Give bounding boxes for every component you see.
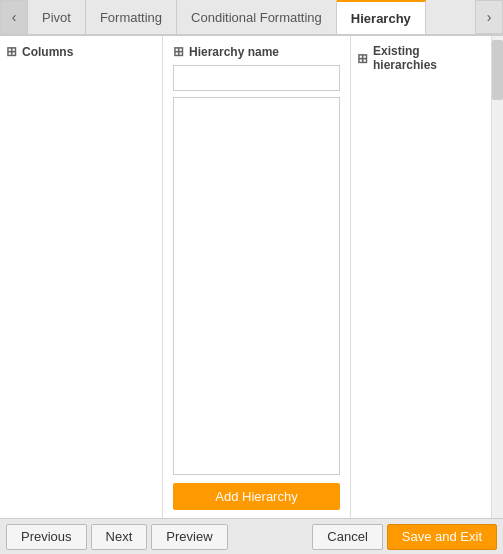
tab-hierarchy[interactable]: Hierarchy — [337, 0, 426, 34]
hierarchy-panel: ⊞ Hierarchy name Add Hierarchy — [163, 36, 351, 518]
preview-button[interactable]: Preview — [151, 524, 227, 550]
tab-pivot[interactable]: Pivot — [28, 0, 86, 34]
tab-formatting[interactable]: Formatting — [86, 0, 177, 34]
scrollbar-track[interactable] — [491, 36, 503, 518]
next-button[interactable]: Next — [91, 524, 148, 550]
columns-header-label: Columns — [22, 45, 73, 59]
existing-icon: ⊞ — [357, 51, 368, 66]
hierarchy-name-input[interactable] — [173, 65, 340, 91]
tab-formatting-label: Formatting — [100, 10, 162, 25]
hierarchy-name-icon: ⊞ — [173, 44, 184, 59]
hierarchy-list-box — [173, 97, 340, 475]
hierarchy-panel-header: ⊞ Hierarchy name — [173, 44, 340, 59]
tab-bar: ‹ Pivot Formatting Conditional Formattin… — [0, 0, 503, 36]
cancel-button[interactable]: Cancel — [312, 524, 382, 550]
save-exit-button[interactable]: Save and Exit — [387, 524, 497, 550]
columns-panel: ⊞ Columns — [0, 36, 163, 518]
tab-prev-button[interactable]: ‹ — [0, 0, 28, 34]
tab-pivot-label: Pivot — [42, 10, 71, 25]
left-arrow-icon: ‹ — [12, 9, 17, 25]
columns-icon: ⊞ — [6, 44, 17, 59]
columns-panel-header: ⊞ Columns — [6, 44, 156, 59]
add-hierarchy-button[interactable]: Add Hierarchy — [173, 483, 340, 510]
right-arrow-icon: › — [487, 9, 492, 25]
existing-panel-header: ⊞ Existing hierarchies — [357, 44, 485, 72]
tab-conditional-formatting-label: Conditional Formatting — [191, 10, 322, 25]
main-content: ⊞ Columns ⊞ Hierarchy name Add Hierarchy… — [0, 36, 503, 518]
tab-next-button[interactable]: › — [475, 0, 503, 34]
existing-header-label: Existing hierarchies — [373, 44, 485, 72]
tab-hierarchy-label: Hierarchy — [351, 11, 411, 26]
previous-button[interactable]: Previous — [6, 524, 87, 550]
scrollbar-thumb[interactable] — [492, 40, 503, 100]
hierarchy-header-label: Hierarchy name — [189, 45, 279, 59]
tab-conditional-formatting[interactable]: Conditional Formatting — [177, 0, 337, 34]
existing-hierarchies-panel: ⊞ Existing hierarchies — [351, 36, 491, 518]
footer: Previous Next Preview Cancel Save and Ex… — [0, 518, 503, 554]
